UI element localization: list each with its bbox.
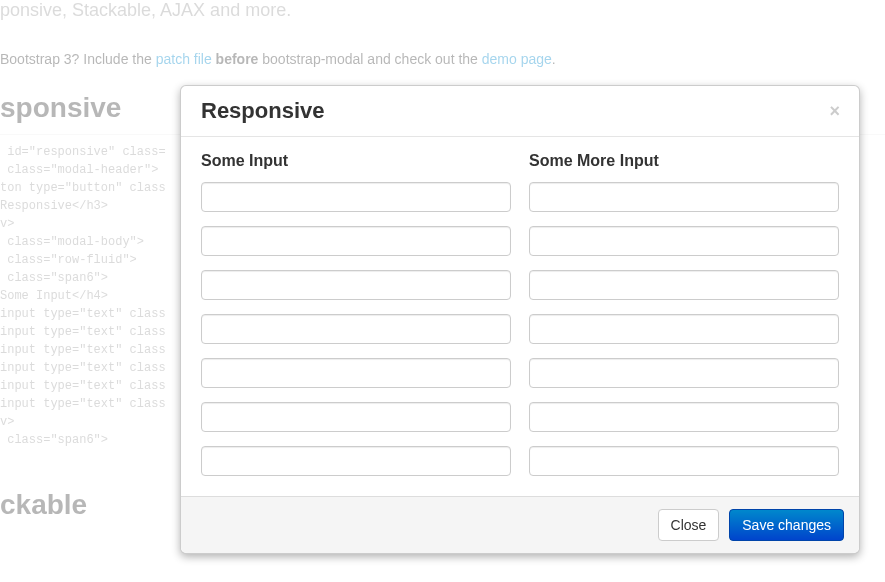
left-input-3[interactable] <box>201 270 511 300</box>
save-button[interactable]: Save changes <box>729 509 844 541</box>
right-column-heading: Some More Input <box>529 152 839 170</box>
right-input-3[interactable] <box>529 270 839 300</box>
left-input-4[interactable] <box>201 314 511 344</box>
right-input-1[interactable] <box>529 182 839 212</box>
right-input-4[interactable] <box>529 314 839 344</box>
form-row: Some Input Some More Input <box>201 152 839 476</box>
modal-title: Responsive <box>201 98 325 124</box>
left-input-7[interactable] <box>201 446 511 476</box>
form-column-left: Some Input <box>201 152 511 476</box>
modal-header: Responsive × <box>181 86 859 137</box>
left-input-6[interactable] <box>201 402 511 432</box>
left-input-2[interactable] <box>201 226 511 256</box>
right-input-2[interactable] <box>529 226 839 256</box>
form-column-right: Some More Input <box>529 152 839 476</box>
right-input-5[interactable] <box>529 358 839 388</box>
right-input-7[interactable] <box>529 446 839 476</box>
modal-dialog: Responsive × Some Input Some More Input <box>180 85 860 554</box>
modal-footer: Close Save changes <box>181 496 859 553</box>
right-input-6[interactable] <box>529 402 839 432</box>
left-column-heading: Some Input <box>201 152 511 170</box>
close-icon[interactable]: × <box>825 102 844 120</box>
left-input-5[interactable] <box>201 358 511 388</box>
left-input-1[interactable] <box>201 182 511 212</box>
close-button[interactable]: Close <box>658 509 720 541</box>
modal-body: Some Input Some More Input <box>181 137 859 496</box>
